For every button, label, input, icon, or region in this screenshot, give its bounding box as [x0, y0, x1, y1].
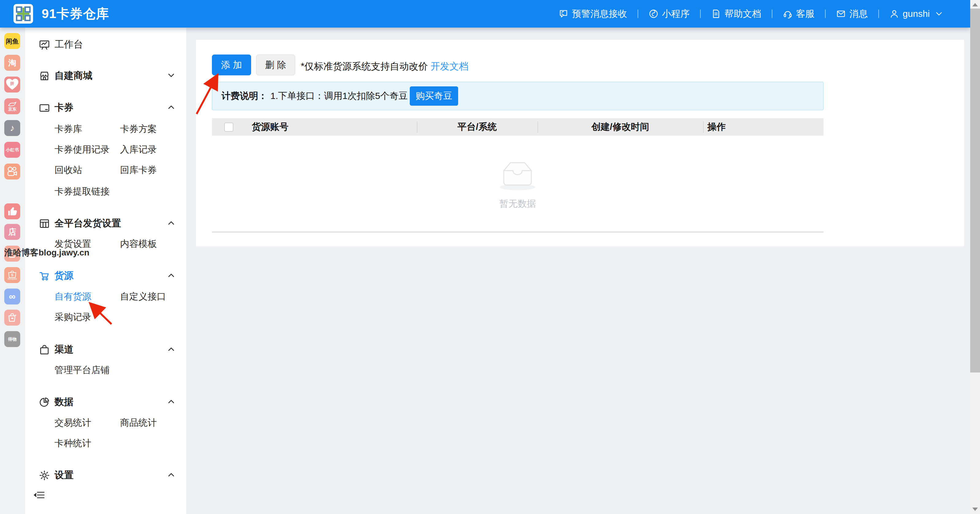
nav-label: 帮助文档	[725, 8, 761, 20]
sidebar-nav: 工作台 自建商城 卡券 卡券库 卡券方案 卡券使用记录 入库记录 回收站 回库卡…	[25, 27, 186, 514]
nav-label: 客服	[796, 8, 815, 20]
chevron-down-icon	[168, 73, 175, 78]
weidian-app-icon[interactable]: 店	[4, 224, 20, 240]
dashboard-icon	[38, 39, 50, 51]
chevron-up-icon	[168, 221, 175, 225]
pie-chart-icon	[38, 396, 50, 408]
chevron-up-icon	[168, 273, 175, 277]
app-logo	[13, 4, 33, 24]
nav-customer-service[interactable]: 客服	[772, 8, 825, 20]
empty-box-icon	[495, 158, 541, 191]
svg-text:拼: 拼	[10, 81, 14, 86]
svg-text:S: S	[11, 273, 13, 277]
jd-app-icon[interactable]: 京东	[4, 98, 20, 114]
platform-app-rail: 闲鱼 淘 拼 京东 ♪ 小红书 店 S Shopee	[0, 27, 25, 514]
sidebar-item-purchase-records[interactable]: 采购记录	[54, 311, 91, 323]
note-text: *仅标准货源系统支持自动改价	[301, 61, 428, 72]
shopee-app-icon[interactable]: S Shopee	[4, 267, 20, 283]
watermark-text: 淮哈博客blog.jawy.cn	[4, 247, 89, 259]
dev-doc-link[interactable]: 开发文档	[431, 61, 469, 72]
sidebar-item-coupon-usage-records[interactable]: 卡券使用记录	[54, 143, 110, 156]
column-divider	[703, 121, 704, 133]
sidebar-section-self-built-mall[interactable]: 自建商城	[25, 67, 186, 85]
column-header-platform-system: 平台/系统	[417, 118, 538, 136]
column-header-supply-account: 货源账号	[252, 118, 288, 136]
store-icon	[38, 70, 50, 82]
billing-label: 计费说明：	[221, 90, 267, 102]
toolbar-note: *仅标准货源系统支持自动改价 开发文档	[301, 60, 469, 73]
nav-label: 小程序	[662, 8, 690, 20]
gear-icon	[38, 469, 50, 481]
sidebar-collapse-button[interactable]	[33, 490, 45, 501]
message-icon	[836, 9, 846, 19]
pinduoduo-app-icon[interactable]: 拼	[4, 76, 20, 92]
xianyu-app-icon[interactable]: 闲鱼	[4, 33, 20, 49]
collapse-menu-icon	[33, 490, 45, 500]
table-header-row: 货源账号 平台/系统 创建/修改时间 操作	[212, 118, 824, 136]
chevron-up-icon	[168, 473, 175, 477]
nav-mini-program[interactable]: 小程序	[638, 8, 700, 20]
nav-help-docs[interactable]: 帮助文档	[701, 8, 772, 20]
sidebar-item-recycle-bin[interactable]: 回收站	[54, 164, 82, 177]
sidebar-item-coupon-plan[interactable]: 卡券方案	[120, 123, 157, 135]
scrollbar-down-arrow-icon[interactable]	[972, 508, 978, 511]
nav-label: 消息	[850, 8, 868, 20]
dewu-app-icon[interactable]: 得物	[4, 331, 20, 347]
sidebar-item-inbound-records[interactable]: 入库记录	[120, 143, 157, 156]
nav-user-menu[interactable]: gunshi	[879, 9, 953, 19]
sidebar-item-trade-stats[interactable]: 交易统计	[54, 417, 91, 429]
qr-logo-icon	[16, 6, 30, 21]
sidebar-section-channels[interactable]: 渠道	[25, 340, 186, 359]
page-scrollbar[interactable]	[970, 0, 980, 514]
column-header-create-modify-time: 创建/修改时间	[538, 118, 703, 136]
billing-text: 1.下单接口：调用1次扣除5个奇豆	[270, 90, 407, 102]
nav-alert-messages[interactable]: 预警消息接收	[548, 8, 638, 20]
mini-program-icon	[649, 9, 659, 19]
sidebar-section-delivery-settings[interactable]: 全平台发货设置	[25, 214, 186, 232]
xiaohongshu-app-icon[interactable]: 小红书	[4, 142, 20, 158]
sidebar-item-card-type-stats[interactable]: 卡种统计	[54, 437, 91, 450]
empty-state: 暂无数据	[481, 158, 554, 210]
alert-message-icon	[558, 9, 568, 19]
heart-icon: 拼	[5, 78, 19, 91]
video-camera-icon	[6, 166, 18, 177]
chevron-up-icon	[168, 347, 175, 351]
nav-label: 预警消息接收	[572, 8, 627, 20]
sidebar-item-coupon-library[interactable]: 卡券库	[54, 123, 82, 135]
sidebar-section-supply-source[interactable]: 货源	[25, 266, 186, 285]
douyin-app-icon[interactable]: ♪	[4, 120, 20, 136]
select-all-checkbox[interactable]	[224, 123, 233, 132]
billing-info-bar: 计费说明： 1.下单接口：调用1次扣除5个奇豆 购买奇豆	[212, 82, 824, 110]
bag-bow-app-icon[interactable]	[4, 310, 20, 326]
customer-service-icon	[783, 9, 792, 19]
like-app-icon[interactable]	[4, 204, 20, 219]
column-header-actions: 操作	[708, 118, 726, 136]
sidebar-item-content-template[interactable]: 内容模板	[120, 238, 157, 250]
sidebar-section-settings[interactable]: 设置	[25, 466, 186, 484]
table-bottom-border	[212, 232, 824, 232]
chain-app-icon[interactable]: ∞	[4, 288, 20, 304]
buy-beans-button[interactable]: 购买奇豆	[410, 86, 458, 106]
nav-messages[interactable]: 消息	[826, 8, 878, 20]
taobao-app-icon[interactable]: 淘	[4, 55, 20, 71]
username: gunshi	[903, 9, 930, 19]
add-button[interactable]: 添 加	[212, 54, 251, 75]
scrollbar-thumb[interactable]	[970, 9, 980, 372]
sidebar-item-returned-coupons[interactable]: 回库卡券	[120, 164, 157, 177]
sidebar-section-coupons[interactable]: 卡券	[25, 98, 186, 117]
sidebar-item-coupon-extract-link[interactable]: 卡券提取链接	[54, 185, 110, 198]
page-title: 91卡券仓库	[41, 5, 109, 22]
thumbs-up-icon	[7, 206, 18, 216]
sidebar-item-own-supply-active[interactable]: 自有货源	[54, 290, 91, 303]
sidebar-section-data[interactable]: 数据	[25, 393, 186, 411]
sidebar-item-product-stats[interactable]: 商品统计	[120, 417, 157, 429]
chevron-up-icon	[168, 399, 175, 404]
sidebar-item-workbench[interactable]: 工作台	[25, 35, 186, 54]
sidebar-item-custom-api[interactable]: 自定义接口	[120, 290, 166, 303]
app-header: 91卡券仓库 预警消息接收 小程序 帮助文档 客服	[0, 0, 970, 27]
delete-button[interactable]: 删 除	[256, 54, 295, 75]
scrollbar-up-arrow-icon[interactable]	[972, 3, 978, 6]
content-card: 添 加 删 除 *仅标准货源系统支持自动改价 开发文档 计费说明： 1.下单接口…	[196, 40, 964, 246]
sidebar-item-manage-platform-shops[interactable]: 管理平台店铺	[54, 364, 110, 376]
kuaishou-app-icon[interactable]	[4, 164, 20, 180]
